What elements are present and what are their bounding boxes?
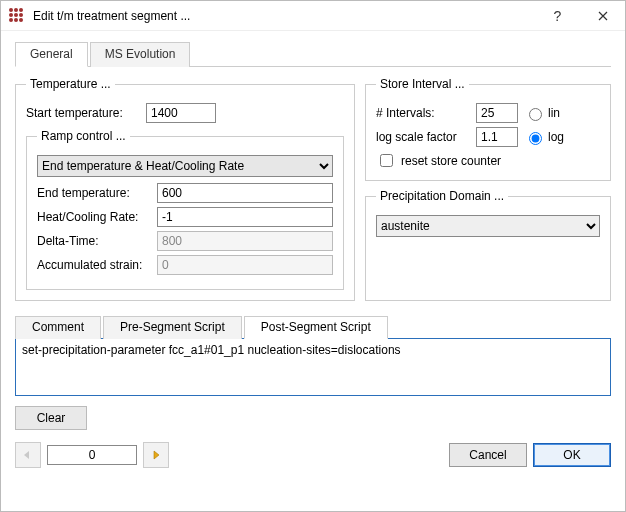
- ramp-group: Ramp control ... End temperature & Heat/…: [26, 129, 344, 290]
- tab-general[interactable]: General: [15, 42, 88, 67]
- precip-legend: Precipitation Domain ...: [376, 189, 508, 203]
- strain-input: [157, 255, 333, 275]
- app-icon: [9, 8, 25, 24]
- logfactor-label: log scale factor: [376, 130, 476, 144]
- window-title: Edit t/m treatment segment ...: [33, 9, 535, 23]
- intervals-label: # Intervals:: [376, 106, 476, 120]
- main-tabs: General MS Evolution: [15, 41, 611, 67]
- tab-comment[interactable]: Comment: [15, 316, 101, 339]
- cancel-button[interactable]: Cancel: [449, 443, 527, 467]
- end-temp-label: End temperature:: [37, 186, 157, 200]
- dialog-body: General MS Evolution Temperature ... Sta…: [1, 31, 625, 480]
- logfactor-input[interactable]: [476, 127, 518, 147]
- delta-input: [157, 231, 333, 251]
- precip-select[interactable]: austenite: [376, 215, 600, 237]
- next-button[interactable]: [143, 442, 169, 468]
- tab-post-script[interactable]: Post-Segment Script: [244, 316, 388, 339]
- clear-button[interactable]: Clear: [15, 406, 87, 430]
- tab-pre-script[interactable]: Pre-Segment Script: [103, 316, 242, 339]
- log-radio[interactable]: [529, 132, 542, 145]
- start-temp-input[interactable]: [146, 103, 216, 123]
- script-textarea[interactable]: set-precipitation-parameter fcc_a1#01_p1…: [15, 338, 611, 396]
- rate-label: Heat/Cooling Rate:: [37, 210, 157, 224]
- lin-radio[interactable]: [529, 108, 542, 121]
- ramp-mode-select[interactable]: End temperature & Heat/Cooling Rate: [37, 155, 333, 177]
- tab-ms-evolution[interactable]: MS Evolution: [90, 42, 191, 67]
- prev-button[interactable]: [15, 442, 41, 468]
- log-label: log: [548, 130, 564, 144]
- titlebar: Edit t/m treatment segment ... ?: [1, 1, 625, 31]
- lin-label: lin: [548, 106, 560, 120]
- ok-button[interactable]: OK: [533, 443, 611, 467]
- store-legend: Store Interval ...: [376, 77, 469, 91]
- reset-checkbox[interactable]: [380, 154, 393, 167]
- reset-label: reset store counter: [401, 154, 501, 168]
- start-temp-label: Start temperature:: [26, 106, 146, 120]
- close-button[interactable]: [580, 1, 625, 31]
- help-button[interactable]: ?: [535, 1, 580, 31]
- arrow-right-icon: [150, 450, 162, 460]
- delta-label: Delta-Time:: [37, 234, 157, 248]
- ramp-legend: Ramp control ...: [37, 129, 130, 143]
- rate-input[interactable]: [157, 207, 333, 227]
- end-temp-input[interactable]: [157, 183, 333, 203]
- close-icon: [598, 11, 608, 21]
- footer: Cancel OK: [15, 442, 611, 468]
- script-tabs: Comment Pre-Segment Script Post-Segment …: [15, 315, 611, 339]
- store-group: Store Interval ... # Intervals: lin log …: [365, 77, 611, 181]
- intervals-input[interactable]: [476, 103, 518, 123]
- strain-label: Accumulated strain:: [37, 258, 157, 272]
- precip-group: Precipitation Domain ... austenite: [365, 189, 611, 301]
- script-text: set-precipitation-parameter fcc_a1#01_p1…: [22, 343, 401, 357]
- arrow-left-icon: [22, 450, 34, 460]
- temperature-legend: Temperature ...: [26, 77, 115, 91]
- index-input[interactable]: [47, 445, 137, 465]
- temperature-group: Temperature ... Start temperature: Ramp …: [15, 77, 355, 301]
